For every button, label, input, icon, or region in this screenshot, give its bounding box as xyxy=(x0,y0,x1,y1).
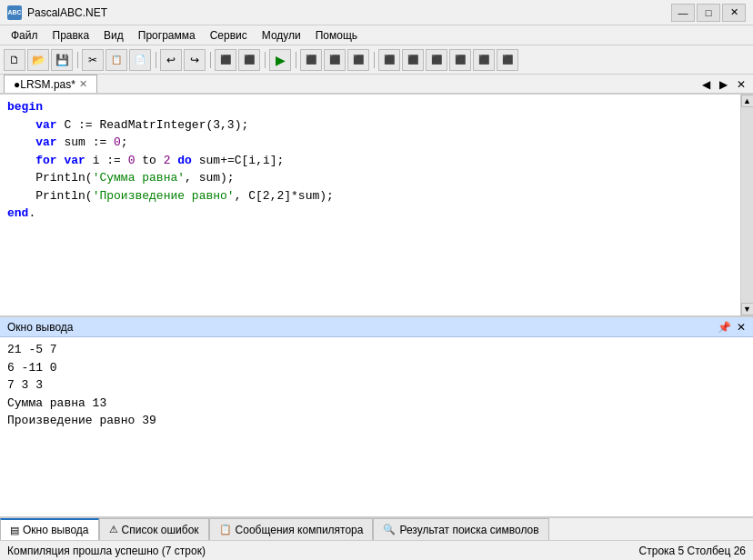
tab-scroll-left[interactable]: ◀ xyxy=(698,76,714,93)
output-line: Сумма равна 13 xyxy=(7,395,746,413)
scroll-thumb-area xyxy=(741,107,753,303)
editor-wrapper: begin var C := ReadMatrInteger(3,3); var… xyxy=(0,95,753,516)
scroll-down-arrow[interactable]: ▼ xyxy=(741,303,754,315)
redo-button[interactable]: ↪ xyxy=(184,49,206,71)
window-controls: — □ ✕ xyxy=(671,4,746,22)
copy-button[interactable]: 📋 xyxy=(105,49,127,71)
bottom-tab-label-2: Сообщения компилятора xyxy=(236,524,364,536)
tb-btn-1[interactable]: ⬛ xyxy=(324,49,346,71)
debug-button[interactable]: ⬛ xyxy=(215,49,236,71)
tb-btn-3[interactable]: ⬛ xyxy=(378,49,400,71)
bottom-tab-label-1: Список ошибок xyxy=(122,524,199,536)
menu-item-сервис[interactable]: Сервис xyxy=(203,27,255,44)
open-button[interactable]: 📂 xyxy=(27,49,49,71)
bottom-tab-icon-1: ⚠ xyxy=(109,524,118,535)
menu-item-файл[interactable]: Файл xyxy=(4,27,45,44)
save-button[interactable]: 💾 xyxy=(51,49,73,71)
editor-tab[interactable]: ●LRSM.pas* ✕ xyxy=(4,75,97,93)
separator-2 xyxy=(153,49,158,71)
tab-close-all[interactable]: ✕ xyxy=(733,76,749,93)
bottom-tab-bar: ▤Окно вывода⚠Список ошибок📋Сообщения ком… xyxy=(0,516,753,540)
separator-5 xyxy=(293,49,298,71)
output-line: 6 -11 0 xyxy=(7,359,746,377)
paste-button[interactable]: 📄 xyxy=(129,49,151,71)
output-line: 7 3 3 xyxy=(7,376,746,395)
tb-btn-4[interactable]: ⬛ xyxy=(402,49,424,71)
bottom-tab-1[interactable]: ⚠Список ошибок xyxy=(99,518,209,540)
tab-bar: ●LRSM.pas* ✕ ◀ ▶ ✕ xyxy=(0,75,753,95)
editor-scroll-area: begin var C := ReadMatrInteger(3,3); var… xyxy=(0,95,753,316)
separator-4 xyxy=(262,49,267,71)
tab-close-btn[interactable]: ✕ xyxy=(79,78,87,90)
menu-item-помощь[interactable]: Помощь xyxy=(308,27,365,44)
output-header-controls: 📌 ✕ xyxy=(718,321,746,334)
menu-item-модули[interactable]: Модули xyxy=(255,27,308,44)
tab-label: ●LRSM.pas* xyxy=(14,78,75,91)
app-icon: ABC xyxy=(7,5,22,20)
undo-button[interactable]: ↩ xyxy=(160,49,182,71)
tb-btn-7[interactable]: ⬛ xyxy=(473,49,495,71)
separator-6 xyxy=(371,49,376,71)
tb-btn-8[interactable]: ⬛ xyxy=(497,49,518,71)
pin-icon[interactable]: 📌 xyxy=(718,321,731,334)
run-button[interactable]: ▶ xyxy=(269,49,291,71)
output-line: 21 -5 7 xyxy=(7,341,746,359)
bottom-tab-label-3: Результат поиска символов xyxy=(399,524,538,536)
scroll-up-arrow[interactable]: ▲ xyxy=(741,95,754,107)
title-bar: ABC PascalABC.NET — □ ✕ xyxy=(0,0,753,25)
close-button[interactable]: ✕ xyxy=(722,4,746,22)
step-button[interactable]: ⬛ xyxy=(238,49,260,71)
minimize-button[interactable]: — xyxy=(671,4,695,22)
cut-button[interactable]: ✂ xyxy=(82,49,104,71)
new-button[interactable]: 🗋 xyxy=(4,49,25,71)
tb-btn-5[interactable]: ⬛ xyxy=(426,49,447,71)
output-panel: Окно вывода 📌 ✕ 21 -5 76 -11 07 3 3Сумма… xyxy=(0,316,753,516)
tb-btn-2[interactable]: ⬛ xyxy=(347,49,369,71)
output-line: Произведение равно 39 xyxy=(7,412,746,430)
tb-btn-6[interactable]: ⬛ xyxy=(449,49,471,71)
separator-3 xyxy=(207,49,213,71)
menu-item-правка[interactable]: Правка xyxy=(45,27,97,44)
separator-1 xyxy=(75,49,80,71)
menu-item-программа[interactable]: Программа xyxy=(131,27,203,44)
bottom-tab-icon-2: 📋 xyxy=(219,524,232,535)
status-right: Строка 5 Столбец 26 xyxy=(639,545,746,557)
toolbar: 🗋 📂 💾 ✂ 📋 📄 ↩ ↪ ⬛ ⬛ ▶ ⬛ ⬛ ⬛ ⬛ ⬛ ⬛ ⬛ ⬛ ⬛ xyxy=(0,45,753,75)
output-header: Окно вывода 📌 ✕ xyxy=(0,317,753,337)
bottom-tab-2[interactable]: 📋Сообщения компилятора xyxy=(209,518,374,540)
menu-item-вид[interactable]: Вид xyxy=(96,27,131,44)
editor-content: begin var C := ReadMatrInteger(3,3); var… xyxy=(0,95,753,226)
bottom-tab-icon-0: ▤ xyxy=(10,525,19,536)
bottom-tab-icon-3: 🔍 xyxy=(383,524,396,535)
output-content: 21 -5 76 -11 07 3 3Сумма равна 13Произве… xyxy=(0,337,753,516)
menu-bar: ФайлПравкаВидПрограммаСервисМодулиПомощь xyxy=(0,25,753,45)
bottom-tab-3[interactable]: 🔍Результат поиска символов xyxy=(373,518,548,540)
status-bar: Компиляция прошла успешно (7 строк) Стро… xyxy=(0,540,753,560)
app-title: PascalABC.NET xyxy=(27,6,671,19)
editor-scrollbar-v[interactable]: ▲ ▼ xyxy=(740,95,753,315)
editor-area[interactable]: begin var C := ReadMatrInteger(3,3); var… xyxy=(0,95,753,316)
bottom-tab-0[interactable]: ▤Окно вывода xyxy=(0,518,99,540)
bottom-tab-label-0: Окно вывода xyxy=(23,524,89,536)
maximize-button[interactable]: □ xyxy=(697,4,720,22)
tab-right-controls: ◀ ▶ ✕ xyxy=(698,76,749,93)
compile-button[interactable]: ⬛ xyxy=(300,49,322,71)
output-title: Окно вывода xyxy=(7,321,718,334)
status-left: Компиляция прошла успешно (7 строк) xyxy=(7,545,206,557)
output-close-btn[interactable]: ✕ xyxy=(737,321,746,334)
tab-scroll-right[interactable]: ▶ xyxy=(716,76,731,93)
